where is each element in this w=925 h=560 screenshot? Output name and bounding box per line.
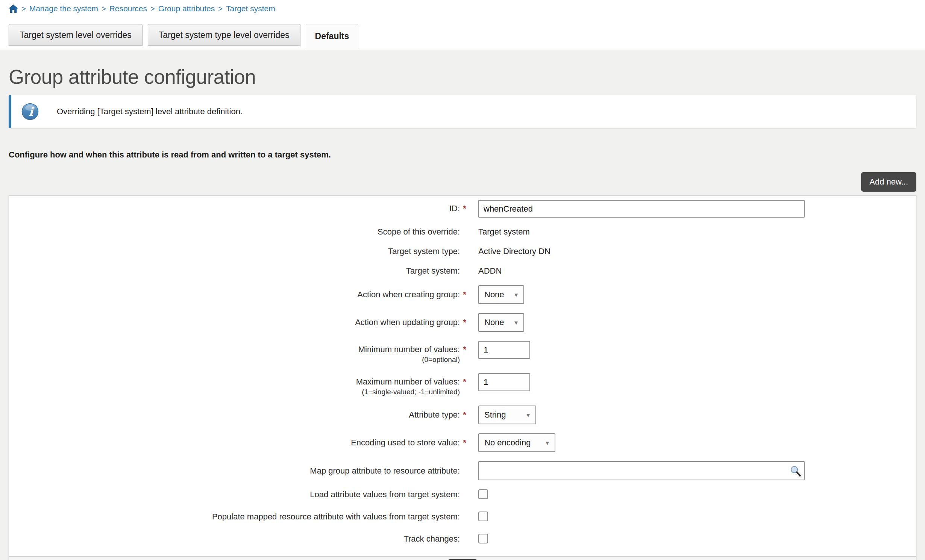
attribute-form-panel: ID: * Scope of this override: Target sys… [9, 195, 916, 560]
populate-mapped-checkbox[interactable] [478, 512, 488, 521]
form-row-attribute-type: Attribute type: * String ▼ [9, 406, 916, 424]
info-icon: i [21, 103, 39, 120]
tab-defaults[interactable]: Defaults [306, 24, 359, 49]
max-values-input[interactable] [478, 373, 530, 391]
attribute-type-select[interactable]: String ▼ [478, 406, 536, 424]
target-system-type-label: Target system type: [388, 247, 460, 256]
map-attribute-label: Map group attribute to resource attribut… [310, 466, 460, 475]
chevron-down-icon: ▼ [525, 412, 531, 418]
min-values-sublabel: (0=optional) [358, 355, 460, 364]
breadcrumb-separator: > [218, 5, 223, 13]
required-marker: * [460, 410, 469, 420]
required-marker: * [460, 289, 469, 300]
tab-target-system-type-level-overrides[interactable]: Target system type level overrides [148, 24, 300, 46]
search-icon[interactable] [790, 465, 801, 478]
tab-target-system-level-overrides[interactable]: Target system level overrides [9, 24, 143, 46]
info-message: Overriding [Target system] level attribu… [57, 107, 243, 117]
load-values-checkbox[interactable] [478, 489, 488, 499]
breadcrumb-separator: > [21, 5, 26, 13]
required-marker: * [460, 203, 469, 214]
action-creating-select-value: None [484, 290, 504, 300]
id-input[interactable] [478, 200, 805, 218]
attribute-type-label: Attribute type: [409, 410, 460, 419]
form-row-action-updating: Action when updating group: * None ▼ [9, 313, 916, 332]
tab-bar: Target system level overrides Target sys… [0, 14, 925, 50]
form-footer: Add [9, 556, 916, 560]
max-values-sublabel: (1=single-valued; -1=unlimited) [356, 387, 460, 397]
action-updating-label: Action when updating group: [355, 318, 460, 327]
populate-mapped-label: Populate mapped resource attribute with … [212, 512, 460, 521]
scope-label: Scope of this override: [378, 227, 460, 236]
breadcrumb-link-manage-system[interactable]: Manage the system [29, 4, 98, 13]
max-values-label: Maximum number of values: [356, 377, 460, 386]
attribute-type-select-value: String [484, 410, 506, 420]
min-values-input[interactable] [478, 341, 530, 359]
form-row-encoding: Encoding used to store value: * No encod… [9, 433, 916, 452]
scope-value: Target system [478, 227, 530, 237]
breadcrumb-link-target-system[interactable]: Target system [226, 4, 275, 13]
form-row-target-system-type: Target system type: Active Directory DN [9, 246, 916, 257]
action-creating-select[interactable]: None ▼ [478, 285, 524, 304]
form-row-track-changes: Track changes: [9, 534, 916, 545]
page-header: > Manage the system > Resources > Group … [0, 0, 925, 50]
form-row-scope: Scope of this override: Target system [9, 227, 916, 237]
action-updating-select-value: None [484, 318, 504, 327]
form-row-target-system: Target system: ADDN [9, 266, 916, 276]
id-label: ID: [449, 204, 460, 213]
target-system-type-value: Active Directory DN [478, 246, 550, 257]
form-row-populate-mapped: Populate mapped resource attribute with … [9, 512, 916, 523]
breadcrumb-link-resources[interactable]: Resources [109, 4, 147, 13]
form-row-load-values: Load attribute values from target system… [9, 489, 916, 501]
form-row-min-values: Minimum number of values: (0=optional) * [9, 341, 916, 364]
required-marker: * [460, 317, 469, 328]
load-values-label: Load attribute values from target system… [310, 490, 460, 499]
breadcrumb-link-group-attributes[interactable]: Group attributes [158, 4, 215, 13]
chevron-down-icon: ▼ [513, 319, 519, 326]
chevron-down-icon: ▼ [544, 440, 550, 446]
breadcrumb-separator: > [102, 5, 106, 13]
toolbar: Add new... [9, 172, 916, 192]
required-marker: * [460, 437, 469, 448]
home-icon[interactable] [9, 5, 18, 13]
encoding-select-value: No encoding [484, 438, 531, 448]
map-attribute-input[interactable] [478, 461, 805, 480]
target-system-value: ADDN [478, 266, 502, 276]
page-content: Group attribute configuration i Overridi… [0, 50, 925, 560]
form-row-id: ID: * [9, 200, 916, 218]
form-row-map-attribute: Map group attribute to resource attribut… [9, 461, 916, 480]
chevron-down-icon: ▼ [513, 292, 519, 298]
encoding-label: Encoding used to store value: [351, 438, 460, 447]
track-changes-checkbox[interactable] [478, 534, 488, 543]
page-description: Configure how and when this attribute is… [9, 150, 916, 160]
required-marker: * [460, 344, 469, 364]
info-banner: i Overriding [Target system] level attri… [9, 95, 916, 128]
add-new-button[interactable]: Add new... [861, 172, 916, 192]
page-title: Group attribute configuration [9, 50, 916, 88]
target-system-label: Target system: [406, 266, 460, 275]
track-changes-label: Track changes: [403, 534, 460, 543]
action-creating-label: Action when creating group: [357, 290, 460, 299]
required-marker: * [460, 377, 469, 397]
breadcrumb: > Manage the system > Resources > Group … [0, 0, 925, 14]
encoding-select[interactable]: No encoding ▼ [478, 433, 555, 452]
form-row-action-creating: Action when creating group: * None ▼ [9, 285, 916, 304]
min-values-label: Minimum number of values: [358, 345, 460, 354]
breadcrumb-separator: > [150, 5, 155, 13]
action-updating-select[interactable]: None ▼ [478, 313, 524, 332]
form-row-max-values: Maximum number of values: (1=single-valu… [9, 373, 916, 397]
